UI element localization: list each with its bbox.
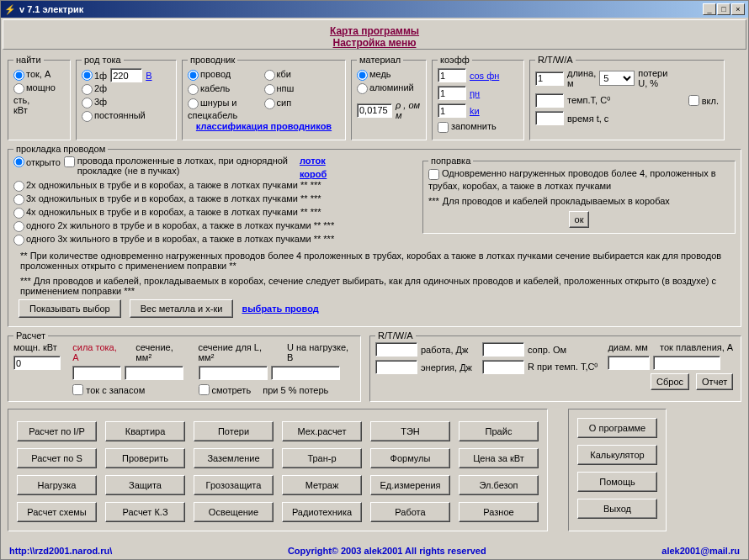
corr1-checkbox[interactable]: Одновременно нагруженных проводов более … bbox=[428, 168, 730, 191]
close-button[interactable]: × bbox=[731, 3, 745, 15]
voltage-unit-link[interactable]: В bbox=[146, 71, 151, 81]
menu-settings-link[interactable]: Настройка меню bbox=[333, 37, 417, 49]
watch-checkbox[interactable]: смотреть bbox=[199, 383, 252, 396]
ki-input[interactable] bbox=[438, 103, 466, 118]
lotok-link[interactable]: лоток bbox=[300, 156, 327, 166]
loss-select[interactable]: 5 bbox=[599, 71, 635, 86]
grid-button-7[interactable]: Проверить bbox=[105, 448, 185, 468]
titlebar: ⚡ v 7.1 электрик _ □ × bbox=[1, 1, 748, 18]
grid-button-6[interactable]: Расчет по S bbox=[17, 448, 97, 468]
side-button-2[interactable]: Помощь bbox=[577, 472, 657, 492]
grid-button-22[interactable]: Работа bbox=[370, 502, 450, 522]
grid-button-11[interactable]: Цена за кВт bbox=[459, 448, 539, 468]
grid-button-9[interactable]: Тран-р bbox=[282, 448, 362, 468]
prov-sip-radio[interactable]: сип bbox=[264, 98, 341, 120]
open-radio[interactable]: открыто bbox=[13, 156, 61, 168]
power-input[interactable] bbox=[13, 356, 61, 370]
phase1-radio[interactable]: 1ф bbox=[82, 69, 107, 82]
length-input[interactable] bbox=[535, 71, 564, 86]
grid-button-0[interactable]: Расчет по I/P bbox=[17, 421, 97, 441]
grid-button-21[interactable]: Радиотехника bbox=[282, 502, 362, 522]
prokl-o5-radio[interactable]: одного 3х жильного в трубе и в коробах, … bbox=[13, 234, 409, 246]
section-input[interactable] bbox=[125, 366, 183, 380]
status-right[interactable]: alek2001@mail.ru bbox=[661, 546, 740, 556]
eta-input[interactable] bbox=[438, 86, 466, 100]
grid-button-15[interactable]: Метраж bbox=[282, 475, 362, 495]
sectionl-input[interactable] bbox=[199, 366, 268, 380]
report-button[interactable]: Отчет bbox=[696, 373, 733, 390]
choose-wire-link[interactable]: выбрать провод bbox=[242, 304, 318, 314]
rtemp-input[interactable] bbox=[482, 360, 524, 374]
prokl-o4-radio[interactable]: одного 2х жильного в трубе и в коробах, … bbox=[13, 220, 409, 233]
grid-button-1[interactable]: Квартира bbox=[105, 421, 185, 441]
minimize-button[interactable]: _ bbox=[703, 3, 716, 15]
incl-checkbox[interactable]: вкл. bbox=[688, 94, 719, 107]
prokl-o2-radio[interactable]: 3х одножильных в трубе и в коробах, а та… bbox=[13, 193, 409, 206]
grid-button-8[interactable]: Заземление bbox=[194, 448, 274, 468]
cos-input[interactable] bbox=[438, 68, 466, 82]
section-label: сечение, мм² bbox=[135, 342, 189, 362]
grid-button-4[interactable]: ТЭН bbox=[370, 421, 450, 441]
temp-input[interactable] bbox=[535, 93, 564, 108]
melt-label: ток плавления, А bbox=[660, 342, 733, 352]
grid-button-12[interactable]: Нагрузка bbox=[17, 475, 97, 495]
prov-cable-radio[interactable]: кабель bbox=[188, 83, 264, 96]
current-input[interactable] bbox=[72, 366, 121, 380]
dc-radio[interactable]: постоянный bbox=[82, 110, 171, 123]
grid-button-10[interactable]: Формулы bbox=[370, 448, 450, 468]
korob-link[interactable]: короб bbox=[300, 169, 327, 179]
show-choice-button[interactable]: Показывать выбор bbox=[19, 299, 121, 318]
work-input[interactable] bbox=[375, 342, 417, 357]
cos-link[interactable]: cos фн bbox=[470, 71, 499, 81]
conductor-class-link[interactable]: классификация проводников bbox=[196, 121, 332, 131]
res-input[interactable] bbox=[482, 342, 524, 357]
open-note-checkbox[interactable]: провода проложенные в лотках, при одноря… bbox=[64, 156, 288, 176]
status-left[interactable]: http:\\rzd2001.narod.ru\ bbox=[9, 546, 112, 556]
reserve-checkbox[interactable]: ток с запасом bbox=[72, 383, 189, 396]
melt-input[interactable] bbox=[653, 356, 720, 370]
grid-button-3[interactable]: Мех.расчет bbox=[282, 421, 362, 441]
ok-button[interactable]: ок bbox=[569, 211, 590, 228]
ki-link[interactable]: kи bbox=[470, 106, 480, 116]
prov-kbi-radio[interactable]: кби bbox=[264, 69, 341, 82]
prokl-o1-radio[interactable]: 2х одножильных в трубе и в коробах, а та… bbox=[13, 180, 409, 193]
prokl-o3-radio[interactable]: 4х одножильных в трубе и в коробах, а та… bbox=[13, 207, 409, 219]
prov-wire-radio[interactable]: провод bbox=[188, 69, 264, 82]
voltagel-input[interactable] bbox=[271, 366, 340, 380]
koef-legend: коэфф bbox=[438, 55, 472, 65]
prov-npsh-radio[interactable]: нпш bbox=[264, 83, 341, 96]
grid-button-16[interactable]: Ед.измерения bbox=[370, 475, 450, 495]
rho-input[interactable] bbox=[357, 103, 392, 118]
diam-input[interactable] bbox=[608, 356, 650, 370]
grid-button-20[interactable]: Освещение bbox=[194, 502, 274, 522]
time-input[interactable] bbox=[535, 111, 564, 125]
find-current-radio[interactable]: ток, А bbox=[13, 69, 65, 82]
metal-weight-button[interactable]: Вес металла и х-ки bbox=[130, 299, 234, 318]
grid-button-19[interactable]: Расчет К.З bbox=[105, 502, 185, 522]
grid-button-2[interactable]: Потери bbox=[194, 421, 274, 441]
main-window: ⚡ v 7.1 электрик _ □ × Карта программы Н… bbox=[0, 0, 749, 560]
maximize-button[interactable]: □ bbox=[717, 3, 730, 15]
remember-checkbox[interactable]: запомнить bbox=[438, 121, 518, 134]
grid-button-5[interactable]: Прайс bbox=[459, 421, 539, 441]
grid-button-17[interactable]: Эл.безоп bbox=[459, 475, 539, 495]
prov-cord-radio[interactable]: шнуры и спецкабель bbox=[188, 98, 264, 120]
side-button-1[interactable]: Калькулятор bbox=[577, 445, 657, 465]
grid-button-18[interactable]: Расчет схемы bbox=[17, 502, 97, 522]
reset-button[interactable]: Сброс bbox=[651, 373, 689, 390]
grid-button-14[interactable]: Грозозащита bbox=[194, 475, 274, 495]
aluminum-radio[interactable]: алюминий bbox=[357, 82, 421, 95]
toolbar: Карта программы Настройка меню bbox=[3, 19, 746, 50]
grid-button-13[interactable]: Защита bbox=[105, 475, 185, 495]
voltage-input[interactable] bbox=[110, 68, 142, 82]
program-map-link[interactable]: Карта программы bbox=[330, 25, 419, 37]
side-button-3[interactable]: Выход bbox=[577, 499, 657, 519]
phase3-radio[interactable]: 3ф bbox=[82, 97, 171, 109]
phase2-radio[interactable]: 2ф bbox=[82, 83, 171, 96]
find-power-radio[interactable]: мощно сть, кВт bbox=[13, 82, 65, 115]
eta-link[interactable]: ηн bbox=[470, 88, 480, 98]
side-button-0[interactable]: О программе bbox=[577, 418, 657, 438]
energy-input[interactable] bbox=[375, 360, 417, 374]
copper-radio[interactable]: медь bbox=[357, 69, 421, 82]
grid-button-23[interactable]: Разное bbox=[459, 502, 539, 522]
